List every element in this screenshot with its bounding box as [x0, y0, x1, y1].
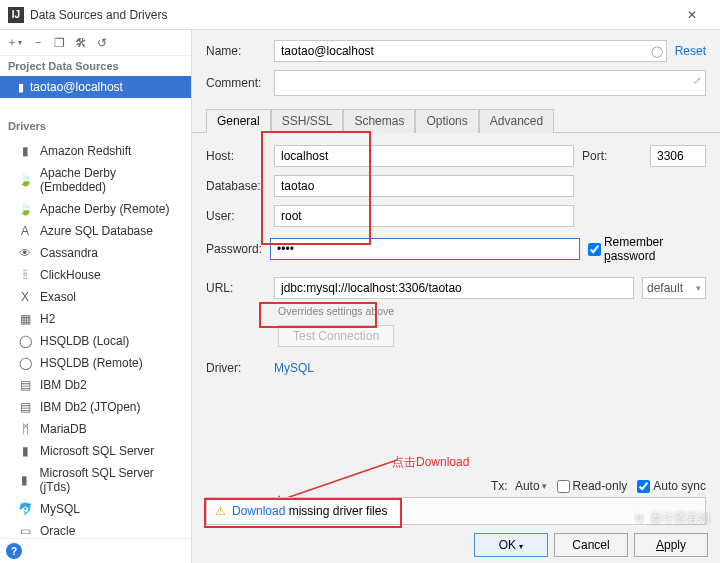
annotation-text: 点击Download	[392, 454, 469, 471]
driver-label: Amazon Redshift	[40, 144, 131, 158]
warning-icon: ⚠	[215, 504, 226, 518]
ok-button[interactable]: OK ▾	[474, 533, 548, 557]
driver-label: IBM Db2	[40, 378, 87, 392]
driver-icon: A	[18, 224, 32, 238]
host-input[interactable]	[274, 145, 574, 167]
cancel-button[interactable]: Cancel	[554, 533, 628, 557]
driver-item[interactable]: 🐬MySQL	[0, 498, 191, 520]
help-footer: ?	[0, 538, 191, 563]
apply-button[interactable]: Apply	[634, 533, 708, 557]
password-label: Password:	[206, 242, 262, 256]
tabs: GeneralSSH/SSLSchemasOptionsAdvanced	[192, 108, 720, 133]
name-input[interactable]	[274, 40, 667, 62]
reset-link[interactable]: Reset	[675, 44, 706, 58]
driver-item[interactable]: AAzure SQL Database	[0, 220, 191, 242]
app-icon: IJ	[8, 7, 24, 23]
driver-icon: ⦙⦙	[18, 268, 32, 282]
titlebar: IJ Data Sources and Drivers ✕	[0, 0, 720, 30]
selected-datasource[interactable]: ▮ taotao@localhost	[0, 76, 191, 98]
add-icon[interactable]: ＋▾	[6, 34, 22, 51]
revert-icon[interactable]: ↺	[97, 36, 107, 50]
bottom-options: Tx: Auto▾ Read-only Auto sync	[491, 479, 706, 493]
wrench-icon[interactable]: 🛠	[75, 36, 87, 50]
tx-value: Auto	[515, 479, 540, 493]
driver-icon: ▤	[18, 378, 32, 392]
tab-options[interactable]: Options	[415, 109, 478, 133]
window-title: Data Sources and Drivers	[30, 8, 672, 22]
driver-item[interactable]: ▮Microsoft SQL Server (jTds)	[0, 462, 191, 498]
zhihu-icon: 知	[632, 512, 646, 526]
selected-datasource-label: taotao@localhost	[30, 80, 123, 94]
user-input[interactable]	[274, 205, 574, 227]
driver-link[interactable]: MySQL	[274, 361, 314, 375]
driver-icon: ▤	[18, 400, 32, 414]
chevron-down-icon[interactable]: ▾	[542, 481, 547, 491]
remember-password-label: Remember password	[604, 235, 706, 263]
url-input[interactable]	[274, 277, 634, 299]
driver-icon: ▮	[18, 444, 32, 458]
driver-item[interactable]: ▦H2	[0, 308, 191, 330]
driver-icon: ◯	[18, 356, 32, 370]
driver-item[interactable]: ◯HSQLDB (Remote)	[0, 352, 191, 374]
download-link[interactable]: Download	[232, 504, 285, 518]
driver-label: Apache Derby (Embedded)	[40, 166, 183, 194]
copy-icon[interactable]: ❐	[54, 36, 65, 50]
driver-item[interactable]: ◯HSQLDB (Local)	[0, 330, 191, 352]
drivers-list: ▮Amazon Redshift🍃Apache Derby (Embedded)…	[0, 136, 191, 538]
driver-icon: 🍃	[18, 173, 32, 187]
project-data-sources-header: Project Data Sources	[0, 56, 191, 76]
url-mode-select[interactable]: default▾	[642, 277, 706, 299]
driver-label: Cassandra	[40, 246, 98, 260]
driver-item[interactable]: ⦙⦙ClickHouse	[0, 264, 191, 286]
port-input[interactable]	[650, 145, 706, 167]
driver-icon: 🐬	[18, 502, 32, 516]
database-input[interactable]	[274, 175, 574, 197]
driver-item[interactable]: ▤IBM Db2	[0, 374, 191, 396]
driver-label: Microsoft SQL Server (jTds)	[40, 466, 183, 494]
readonly-checkbox[interactable]	[557, 480, 570, 493]
driver-item[interactable]: 🍃Apache Derby (Embedded)	[0, 162, 191, 198]
test-connection-button[interactable]: Test Connection	[278, 325, 394, 347]
help-icon[interactable]: ?	[6, 543, 22, 559]
driver-icon: ▦	[18, 312, 32, 326]
driver-label: Azure SQL Database	[40, 224, 153, 238]
tab-general[interactable]: General	[206, 109, 271, 133]
driver-label: HSQLDB (Remote)	[40, 356, 143, 370]
comment-label: Comment:	[206, 76, 266, 90]
right-panel: Name: ◯ Reset Comment: ⤢ GeneralSSH/SSLS…	[192, 30, 720, 563]
remember-password-checkbox[interactable]	[588, 243, 601, 256]
driver-item[interactable]: XExasol	[0, 286, 191, 308]
close-icon[interactable]: ✕	[672, 0, 712, 30]
user-label: User:	[206, 209, 266, 223]
driver-item[interactable]: ▮Microsoft SQL Server	[0, 440, 191, 462]
password-input[interactable]	[270, 238, 580, 260]
driver-icon: ▮	[18, 144, 32, 158]
driver-item[interactable]: 🍃Apache Derby (Remote)	[0, 198, 191, 220]
driver-item[interactable]: 👁Cassandra	[0, 242, 191, 264]
url-label: URL:	[206, 281, 266, 295]
driver-label: Apache Derby (Remote)	[40, 202, 169, 216]
driver-icon: ▭	[18, 524, 32, 538]
tab-advanced[interactable]: Advanced	[479, 109, 554, 133]
driver-item[interactable]: ▮Amazon Redshift	[0, 140, 191, 162]
autosync-checkbox[interactable]	[637, 480, 650, 493]
clear-icon[interactable]: ◯	[651, 45, 663, 58]
expand-icon[interactable]: ⤢	[693, 75, 701, 86]
driver-item[interactable]: ▭Oracle	[0, 520, 191, 538]
comment-input[interactable]: ⤢	[274, 70, 706, 96]
driver-label: HSQLDB (Local)	[40, 334, 129, 348]
tab-ssh-ssl[interactable]: SSH/SSL	[271, 109, 344, 133]
readonly-option[interactable]: Read-only	[557, 479, 628, 493]
left-toolbar: ＋▾ － ❐ 🛠 ↺	[0, 30, 191, 56]
remember-password[interactable]: Remember password	[588, 235, 706, 263]
tab-schemas[interactable]: Schemas	[343, 109, 415, 133]
remove-icon[interactable]: －	[32, 34, 44, 51]
autosync-option[interactable]: Auto sync	[637, 479, 706, 493]
driver-label: Driver:	[206, 361, 266, 375]
driver-item[interactable]: ▤IBM Db2 (JTOpen)	[0, 396, 191, 418]
driver-item[interactable]: ᛗMariaDB	[0, 418, 191, 440]
driver-label: Oracle	[40, 524, 75, 538]
download-rest: missing driver files	[285, 504, 387, 518]
driver-label: ClickHouse	[40, 268, 101, 282]
general-panel: Host: Port: Database: User: Password: Re…	[192, 133, 720, 563]
